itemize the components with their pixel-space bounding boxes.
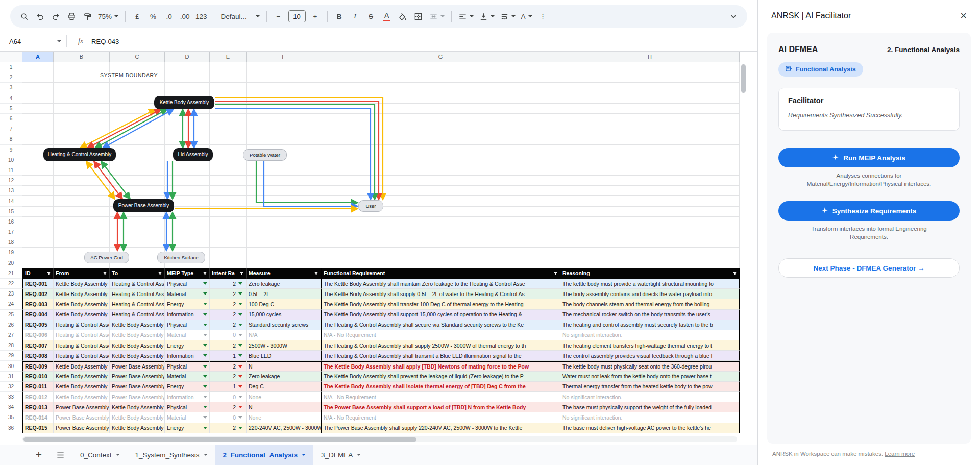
- cell[interactable]: [210, 104, 247, 114]
- cell[interactable]: [321, 176, 560, 186]
- cell[interactable]: [54, 93, 110, 104]
- cell[interactable]: [210, 62, 247, 72]
- cell[interactable]: [54, 114, 110, 124]
- row-header-26[interactable]: 26: [0, 320, 22, 330]
- row-header-16[interactable]: 16: [0, 217, 22, 227]
- cell-meip-type[interactable]: Energy: [165, 340, 210, 351]
- cell-to[interactable]: Kettle Body Assembly: [110, 351, 165, 361]
- vertical-scrollbar-thumb[interactable]: [741, 64, 746, 93]
- font-select[interactable]: Defaul...: [218, 8, 262, 25]
- cell[interactable]: [165, 217, 210, 227]
- cell-id[interactable]: REQ-005: [22, 320, 54, 330]
- cell-to[interactable]: Kettle Body Assembly: [110, 330, 165, 340]
- cell[interactable]: [22, 237, 54, 248]
- row-header-31[interactable]: 31: [0, 372, 22, 382]
- dropdown-arrow-icon[interactable]: [203, 385, 207, 388]
- cell-intent-rating[interactable]: 2: [210, 279, 247, 289]
- cell-measure[interactable]: None: [247, 412, 321, 423]
- cell[interactable]: [560, 176, 740, 186]
- cell-functional-requirement[interactable]: N/A - No Requirement: [321, 330, 560, 340]
- cell[interactable]: [165, 186, 210, 196]
- cell[interactable]: [247, 114, 321, 124]
- cell[interactable]: [22, 72, 54, 83]
- cell[interactable]: [22, 217, 54, 227]
- undo-button[interactable]: [32, 8, 47, 25]
- row-header-18[interactable]: 18: [0, 237, 22, 248]
- dropdown-arrow-icon[interactable]: [238, 385, 242, 388]
- cell[interactable]: [165, 83, 210, 93]
- cell-to[interactable]: Heating & Control Assembly: [110, 299, 165, 309]
- number-format-button[interactable]: 123: [193, 8, 210, 25]
- cell[interactable]: [247, 83, 321, 93]
- sheet-tab-0_Context[interactable]: 0_Context: [72, 445, 128, 465]
- vertical-scrollbar[interactable]: [740, 52, 747, 445]
- cell-from[interactable]: Kettle Body Assembly: [54, 392, 110, 402]
- cell[interactable]: [247, 104, 321, 114]
- cell-functional-requirement[interactable]: The Kettle Body Assembly shall supply 0.…: [321, 289, 560, 299]
- cell[interactable]: [560, 114, 740, 124]
- zoom-select[interactable]: 75%: [95, 8, 121, 25]
- cell[interactable]: [165, 134, 210, 144]
- font-size-input[interactable]: 10: [288, 10, 306, 22]
- cell[interactable]: [560, 124, 740, 134]
- cell[interactable]: [560, 155, 740, 165]
- cell[interactable]: [321, 114, 560, 124]
- cell[interactable]: [165, 207, 210, 217]
- cell[interactable]: [110, 124, 165, 134]
- horizontal-scrollbar-thumb[interactable]: [23, 437, 416, 442]
- cell[interactable]: [110, 165, 165, 176]
- run-meip-analysis-button[interactable]: Run MEIP Analysis: [778, 148, 960, 167]
- cell[interactable]: [210, 186, 247, 196]
- cell-meip-type[interactable]: Energy: [165, 299, 210, 309]
- row-header-19[interactable]: 19: [0, 248, 22, 258]
- cell[interactable]: [247, 124, 321, 134]
- sheet-tab-2_Functional_Analysis[interactable]: 2_Functional_Analysis: [215, 445, 313, 465]
- cell-meip-type[interactable]: Material: [165, 412, 210, 423]
- cell-from[interactable]: Power Base Assembly: [54, 402, 110, 412]
- cell[interactable]: [165, 248, 210, 258]
- cell[interactable]: [321, 217, 560, 227]
- cell[interactable]: [210, 237, 247, 248]
- cell-from[interactable]: Power Base Assembly: [54, 423, 110, 433]
- cell[interactable]: [110, 217, 165, 227]
- table-header-cell[interactable]: Reasoning: [560, 268, 740, 279]
- table-header-cell[interactable]: Measure: [247, 268, 321, 279]
- cell[interactable]: [110, 145, 165, 155]
- cell-intent-rating[interactable]: 2: [210, 361, 247, 371]
- cell-id[interactable]: REQ-004: [22, 310, 54, 320]
- cell[interactable]: [110, 104, 165, 114]
- cell-to[interactable]: Heating & Control Assembly: [110, 310, 165, 320]
- cell[interactable]: [321, 155, 560, 165]
- horizontal-align-button[interactable]: [456, 8, 476, 25]
- strikethrough-button[interactable]: S: [363, 8, 379, 25]
- cell[interactable]: [54, 227, 110, 237]
- cell-functional-requirement[interactable]: The Power Base Assembly shall support a …: [321, 402, 560, 412]
- cell[interactable]: [110, 248, 165, 258]
- search-menus-button[interactable]: [16, 8, 32, 25]
- cell[interactable]: [54, 248, 110, 258]
- cell[interactable]: [22, 207, 54, 217]
- collapse-toolbar-button[interactable]: [726, 8, 741, 25]
- cell[interactable]: [247, 62, 321, 72]
- cell-from[interactable]: Kettle Body Assembly: [54, 382, 110, 392]
- cell[interactable]: [165, 104, 210, 114]
- cell[interactable]: [560, 93, 740, 104]
- increase-font-size-button[interactable]: +: [308, 8, 323, 25]
- cell[interactable]: [247, 248, 321, 258]
- cell[interactable]: [560, 186, 740, 196]
- cell[interactable]: [22, 176, 54, 186]
- row-header-30[interactable]: 30: [0, 361, 22, 371]
- cell[interactable]: [560, 248, 740, 258]
- text-wrap-button[interactable]: [498, 8, 518, 25]
- cell-functional-requirement[interactable]: The Kettle Body Assembly shall prevent t…: [321, 372, 560, 382]
- sheet-tab-3_DFMEA[interactable]: 3_DFMEA: [313, 445, 369, 465]
- cell[interactable]: [22, 196, 54, 206]
- cell[interactable]: [110, 196, 165, 206]
- dropdown-arrow-icon[interactable]: [203, 303, 207, 305]
- dropdown-arrow-icon[interactable]: [238, 406, 242, 408]
- cell[interactable]: [165, 114, 210, 124]
- cell-measure[interactable]: Deg C: [247, 382, 321, 392]
- row-header-32[interactable]: 32: [0, 382, 22, 392]
- cell-functional-requirement[interactable]: The Kettle Body Assembly shall apply [TB…: [321, 361, 560, 371]
- cell[interactable]: [22, 114, 54, 124]
